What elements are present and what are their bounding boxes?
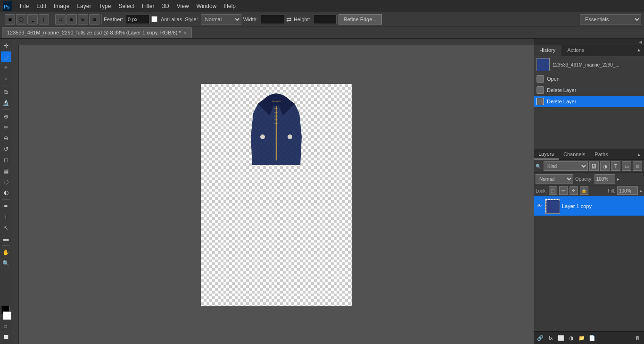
menu-window[interactable]: Window	[193, 2, 221, 10]
opacity-label: Opacity:	[575, 176, 593, 182]
filter-pixel-btn[interactable]: 🖼	[589, 161, 599, 171]
history-panel-tabs: History Actions ▲	[534, 45, 644, 56]
brush-tool[interactable]: ✏	[1, 122, 11, 133]
crop-tool[interactable]: ⧉	[1, 87, 11, 97]
actions-tab[interactable]: Actions	[561, 45, 590, 56]
menu-3d[interactable]: 3D	[158, 2, 173, 10]
layer-mask-btn[interactable]: ⬜	[556, 333, 566, 343]
shape-tool[interactable]: ▬	[1, 234, 11, 244]
rect-select-btn[interactable]: ▣	[5, 14, 15, 25]
history-item-open[interactable]: Open	[534, 73, 644, 84]
new-layer-btn[interactable]: 📄	[587, 333, 597, 343]
channels-tab[interactable]: Channels	[559, 150, 590, 159]
intersect-selection-btn[interactable]: ⊠	[89, 14, 99, 25]
antialias-checkbox[interactable]	[151, 16, 157, 22]
feather-input[interactable]	[126, 15, 149, 24]
menu-layer[interactable]: Layer	[73, 2, 95, 10]
layer-fx-btn[interactable]: fx	[546, 333, 555, 343]
add-selection-btn[interactable]: ⊞	[66, 14, 77, 25]
right-panel-collapse[interactable]: ◀	[639, 40, 642, 44]
width-input[interactable]	[261, 15, 284, 24]
screen-mode-btn[interactable]: ⬜	[1, 332, 11, 342]
fill-label: Fill:	[608, 188, 615, 193]
tab-close-btn[interactable]: ×	[184, 30, 187, 35]
lock-position-btn[interactable]: ✛	[570, 186, 578, 195]
background-color[interactable]	[3, 311, 11, 320]
quick-select-tool[interactable]: ⌕	[1, 73, 11, 84]
history-item-delete1[interactable]: Delete Layer	[534, 84, 644, 96]
opacity-arrow[interactable]: ▸	[617, 176, 619, 182]
menu-help[interactable]: Help	[220, 2, 239, 10]
blend-mode-select[interactable]: Normal Dissolve Multiply Screen Overlay	[536, 174, 573, 184]
menu-type[interactable]: Type	[95, 2, 115, 10]
single-col-btn[interactable]: |	[39, 14, 49, 25]
fill-input[interactable]	[617, 186, 638, 195]
delete-layer-btn[interactable]: 🗑	[633, 333, 642, 343]
color-chips	[1, 304, 11, 318]
marquee-tool[interactable]: ⬚	[1, 51, 11, 62]
fill-arrow[interactable]: ▸	[640, 188, 642, 193]
pen-tool[interactable]: ✒	[1, 201, 11, 211]
blur-tool[interactable]: ◌	[1, 176, 11, 187]
zoom-tool[interactable]: 🔍	[1, 258, 11, 268]
layers-panel-collapse-btn[interactable]: ▲	[634, 150, 644, 159]
filter-smartobj-btn[interactable]: ⊡	[633, 161, 642, 171]
hand-tool[interactable]: ✋	[1, 247, 11, 258]
dodge-tool[interactable]: ◐	[1, 187, 11, 198]
menu-select[interactable]: Select	[115, 2, 138, 10]
gradient-tool[interactable]: ▤	[1, 166, 11, 176]
menu-edit[interactable]: Edit	[33, 2, 50, 10]
workspace-select[interactable]: Essentials 3D Motion Painting Photograph…	[580, 14, 641, 25]
history-item-label: Open	[547, 76, 560, 82]
height-input[interactable]	[313, 15, 337, 24]
menu-view[interactable]: View	[173, 2, 193, 10]
lasso-tool[interactable]: ⌖	[1, 62, 11, 73]
menu-filter[interactable]: Filter	[138, 2, 158, 10]
eraser-tool[interactable]: ◻	[1, 155, 11, 165]
clone-tool[interactable]: ⊖	[1, 133, 11, 143]
svg-text:Ps: Ps	[4, 4, 10, 9]
path-select-tool[interactable]: ↖	[1, 223, 11, 233]
layer-visibility-toggle[interactable]: 👁	[536, 202, 543, 210]
subtract-selection-btn[interactable]: ⊟	[78, 14, 88, 25]
lock-all-btn[interactable]: 🔒	[580, 186, 588, 195]
paths-tab[interactable]: Paths	[590, 150, 613, 159]
move-tool[interactable]: ✛	[1, 41, 11, 51]
history-panel-collapse-btn[interactable]: ▲	[634, 45, 644, 56]
layer-group-btn[interactable]: 📁	[577, 333, 586, 343]
layers-tab[interactable]: Layers	[534, 149, 559, 159]
canvas-area[interactable]: BALMAIN	[19, 45, 534, 344]
filter-shape-btn[interactable]: ▭	[622, 161, 631, 171]
history-tab[interactable]: History	[534, 45, 561, 56]
layer-adjustment-btn[interactable]: ◑	[567, 333, 576, 343]
refine-edge-btn[interactable]: Refine Edge...	[339, 14, 382, 25]
spot-heal-tool[interactable]: ⊕	[1, 111, 11, 122]
filter-adjustment-btn[interactable]: ◑	[600, 161, 610, 171]
opacity-input[interactable]	[594, 174, 615, 184]
lock-pixels-btn[interactable]: ⬚	[549, 186, 557, 195]
swap-dimensions-btn[interactable]: ⇄	[286, 16, 292, 23]
height-label: Height:	[294, 17, 310, 22]
menu-file[interactable]: File	[16, 2, 33, 10]
type-tool[interactable]: T	[1, 212, 11, 222]
filter-type-btn[interactable]: T	[611, 161, 620, 171]
style-select[interactable]: Normal Fixed Ratio Fixed Size	[201, 14, 241, 25]
file-tab[interactable]: 123533_461M_marine_2290_fullsize.psd @ 8…	[2, 27, 192, 38]
quick-mask-btn[interactable]: ◻	[1, 321, 11, 331]
new-selection-btn[interactable]: □	[55, 14, 66, 25]
layer-filter-select[interactable]: Kind Name Effect Mode Attribute Color Sm…	[544, 161, 588, 171]
lock-brush-btn[interactable]: ✏	[559, 186, 568, 195]
ps-logo: Ps	[2, 0, 13, 12]
layers-list: 👁 Layer 1 copy	[534, 196, 644, 331]
single-row-btn[interactable]: ⎯	[27, 14, 38, 25]
canvas-top: BALMAIN	[12, 45, 534, 344]
history-item-delete2[interactable]: Delete Layer	[534, 96, 644, 107]
menu-image[interactable]: Image	[50, 2, 73, 10]
ellipse-select-btn[interactable]: ◯	[16, 14, 26, 25]
tool-separator-4	[2, 245, 10, 246]
layer-item-copy[interactable]: 👁 Layer 1 copy	[534, 196, 644, 216]
layer-link-btn[interactable]: 🔗	[536, 333, 545, 343]
svg-point-9	[260, 134, 265, 139]
history-brush-tool[interactable]: ↺	[1, 144, 11, 154]
eyedropper-tool[interactable]: 🔬	[1, 98, 11, 108]
